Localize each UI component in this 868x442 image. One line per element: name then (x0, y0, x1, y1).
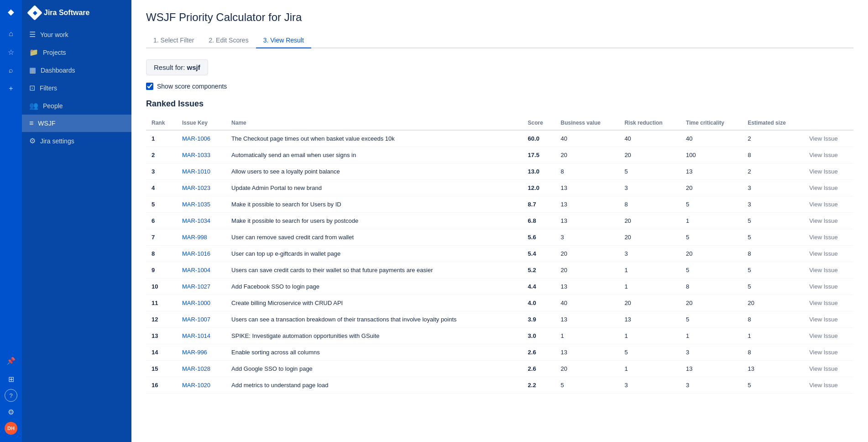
cell-time-criticality: 20 (680, 246, 742, 262)
cell-issue-key[interactable]: MAR-1034 (177, 213, 226, 229)
pin-icon[interactable]: 📌 (3, 353, 19, 369)
col-header-rank: Rank (146, 116, 177, 130)
grid-icon[interactable]: ⊞ (3, 371, 19, 387)
cell-rank: 13 (146, 328, 177, 344)
table-row: 8 MAR-1016 User can top up e-giftcards i… (146, 246, 853, 262)
cell-business-value: 40 (555, 295, 619, 311)
tab-select-filter[interactable]: 1. Select Filter (146, 33, 201, 48)
cell-rank: 6 (146, 213, 177, 229)
cell-time-criticality: 13 (680, 163, 742, 180)
view-issue-link[interactable]: View Issue (804, 163, 853, 180)
cell-name: Enable sorting across all columns (226, 344, 523, 361)
view-issue-link[interactable]: View Issue (804, 196, 853, 213)
cell-issue-key[interactable]: MAR-998 (177, 229, 226, 246)
cell-risk-reduction: 8 (619, 196, 680, 213)
cell-business-value: 5 (555, 377, 619, 394)
table-row: 10 MAR-1027 Add Facebook SSO to login pa… (146, 279, 853, 295)
table-row: 3 MAR-1010 Allow users to see a loyalty … (146, 163, 853, 180)
cell-issue-key[interactable]: MAR-1016 (177, 246, 226, 262)
cell-time-criticality: 8 (680, 279, 742, 295)
table-row: 2 MAR-1033 Automatically send an email w… (146, 147, 853, 163)
cell-issue-key[interactable]: MAR-1000 (177, 295, 226, 311)
sidebar-item-dashboards[interactable]: ▦ Dashboards (22, 61, 131, 79)
sidebar-item-jira-settings[interactable]: ⚙ Jira settings (22, 132, 131, 150)
cell-issue-key[interactable]: MAR-1027 (177, 279, 226, 295)
sidebar-item-filters[interactable]: ⊡ Filters (22, 79, 131, 97)
view-issue-link[interactable]: View Issue (804, 246, 853, 262)
avatar[interactable]: DH (5, 422, 17, 435)
view-issue-link[interactable]: View Issue (804, 180, 853, 196)
dashboards-icon: ▦ (29, 66, 36, 74)
view-issue-link[interactable]: View Issue (804, 361, 853, 377)
cell-estimated-size: 3 (742, 180, 804, 196)
view-issue-link[interactable]: View Issue (804, 311, 853, 328)
cell-issue-key[interactable]: MAR-1028 (177, 361, 226, 377)
view-issue-link[interactable]: View Issue (804, 147, 853, 163)
show-score-components-checkbox[interactable] (146, 83, 153, 90)
col-header-risk-reduction: Risk reduction (619, 116, 680, 130)
view-issue-link[interactable]: View Issue (804, 328, 853, 344)
add-icon[interactable]: + (3, 80, 19, 97)
show-score-components-label[interactable]: Show score components (157, 83, 227, 90)
cell-business-value: 8 (555, 163, 619, 180)
home-icon[interactable]: ⌂ (3, 26, 19, 42)
search-icon[interactable]: ⌕ (3, 62, 19, 79)
view-issue-link[interactable]: View Issue (804, 279, 853, 295)
cell-name: Make it possible to search for Users by … (226, 196, 523, 213)
cell-issue-key[interactable]: MAR-1006 (177, 130, 226, 147)
cell-estimated-size: 5 (742, 377, 804, 394)
cell-score: 3.0 (523, 328, 555, 344)
view-issue-link[interactable]: View Issue (804, 262, 853, 279)
view-issue-link[interactable]: View Issue (804, 377, 853, 394)
cell-risk-reduction: 1 (619, 279, 680, 295)
star-icon[interactable]: ☆ (3, 44, 19, 60)
cell-score: 6.8 (523, 213, 555, 229)
col-header-issue-key: Issue Key (177, 116, 226, 130)
cell-rank: 3 (146, 163, 177, 180)
cell-score: 60.0 (523, 130, 555, 147)
app-logo-icon[interactable]: ◆ (3, 4, 19, 20)
cell-issue-key[interactable]: MAR-1007 (177, 311, 226, 328)
help-icon[interactable]: ? (5, 389, 17, 402)
view-issue-link[interactable]: View Issue (804, 344, 853, 361)
settings-icon[interactable]: ⚙ (3, 404, 19, 420)
cell-business-value: 13 (555, 196, 619, 213)
sidebar-item-people[interactable]: 👥 People (22, 97, 131, 115)
cell-score: 5.6 (523, 229, 555, 246)
cell-issue-key[interactable]: MAR-1023 (177, 180, 226, 196)
cell-name: The Checkout page times out when basket … (226, 130, 523, 147)
cell-issue-key[interactable]: MAR-1035 (177, 196, 226, 213)
main-content: WSJF Priority Calculator for Jira 1. Sel… (131, 0, 868, 442)
app-name: Jira Software (44, 9, 89, 17)
cell-issue-key[interactable]: MAR-1020 (177, 377, 226, 394)
cell-issue-key[interactable]: MAR-996 (177, 344, 226, 361)
view-issue-link[interactable]: View Issue (804, 229, 853, 246)
cell-time-criticality: 1 (680, 213, 742, 229)
table-row: 15 MAR-1028 Add Google SSO to login page… (146, 361, 853, 377)
view-issue-link[interactable]: View Issue (804, 213, 853, 229)
cell-issue-key[interactable]: MAR-1014 (177, 328, 226, 344)
col-header-score: Score (523, 116, 555, 130)
cell-risk-reduction: 13 (619, 311, 680, 328)
cell-estimated-size: 8 (742, 311, 804, 328)
cell-rank: 14 (146, 344, 177, 361)
tab-edit-scores[interactable]: 2. Edit Scores (201, 33, 256, 48)
sidebar-item-label: Projects (43, 49, 66, 56)
cell-business-value: 20 (555, 147, 619, 163)
cell-score: 3.9 (523, 311, 555, 328)
col-header-estimated-size: Estimated size (742, 116, 804, 130)
sidebar-item-wsjf[interactable]: ≡ WSJF (22, 115, 131, 132)
cell-issue-key[interactable]: MAR-1004 (177, 262, 226, 279)
cell-time-criticality: 5 (680, 311, 742, 328)
cell-time-criticality: 3 (680, 377, 742, 394)
cell-name: Automatically send an email when user si… (226, 147, 523, 163)
tab-view-result[interactable]: 3. View Result (256, 33, 311, 48)
sidebar-item-projects[interactable]: 📁 Projects (22, 43, 131, 61)
view-issue-link[interactable]: View Issue (804, 295, 853, 311)
cell-issue-key[interactable]: MAR-1033 (177, 147, 226, 163)
sidebar-item-your-work[interactable]: ☰ Your work (22, 26, 131, 43)
cell-issue-key[interactable]: MAR-1010 (177, 163, 226, 180)
cell-name: Make it possible to search for users by … (226, 213, 523, 229)
cell-business-value: 1 (555, 328, 619, 344)
view-issue-link[interactable]: View Issue (804, 130, 853, 147)
